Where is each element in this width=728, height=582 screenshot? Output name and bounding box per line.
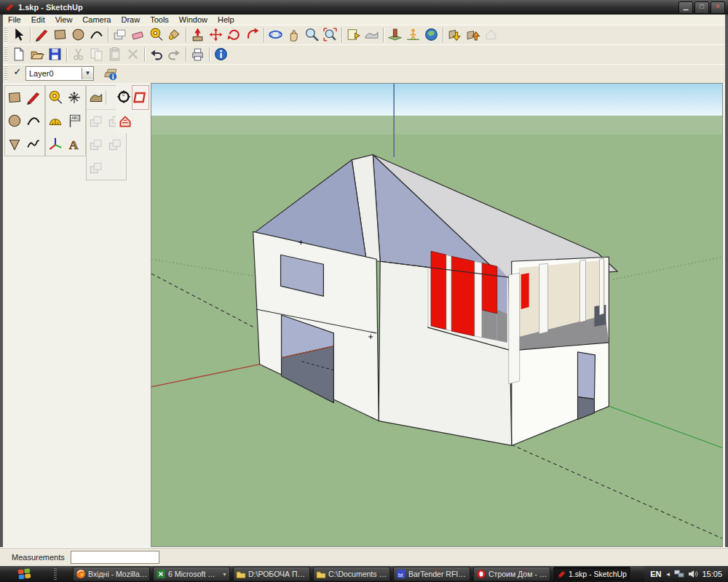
copy-tool-button[interactable] [87,46,106,63]
language-indicator[interactable]: EN [650,570,661,578]
toolbar-grip[interactable] [4,47,7,63]
pan-tool-button[interactable] [285,26,303,44]
stud [446,255,451,331]
arc-tool-button[interactable] [87,26,106,44]
rectangle-tool-button[interactable] [51,26,69,44]
toolbar-grip[interactable] [4,65,7,81]
make-component-tool-button[interactable] [111,26,129,44]
sandbox-gray-palette-button[interactable] [106,133,124,156]
redo-tool-button[interactable] [165,46,183,63]
taskbar-button-firefox[interactable]: Вхідні - Mozilla Firefox [73,567,150,581]
3d-text-palette-button[interactable]: A [65,132,84,156]
chevron-down-icon[interactable]: ▼ [220,572,229,577]
paint-bucket-tool-button[interactable] [165,26,183,44]
freehand-palette-button[interactable] [24,132,43,156]
line-palette-button[interactable] [24,86,43,109]
zoom-tool-button[interactable] [303,26,321,44]
hide-icons-chevron[interactable]: ◄ [665,571,671,578]
place-model-tool-button[interactable] [386,26,404,44]
dimension-palette-button[interactable] [65,86,84,109]
volume-icon[interactable] [688,570,698,578]
google-earth-tool-button[interactable] [422,26,440,44]
undo-tool-button[interactable] [147,46,165,63]
axes-palette-button[interactable] [46,132,65,156]
position-camera-tool-button[interactable] [404,26,422,44]
taskbar-button-excel[interactable]: 6 Microsoft Office ... ▼ [153,567,230,581]
interact-palette-button[interactable]: C [116,85,132,108]
get-models-tool-button[interactable] [446,26,464,44]
menu-tools[interactable]: Tools [145,15,174,24]
component-tool-button[interactable] [482,26,500,44]
push-pull-tool-button[interactable] [189,26,207,44]
toolbar-separator [341,28,342,42]
toggle-terrain-icon [364,27,379,42]
circle-palette-button[interactable] [5,109,24,132]
taskbar-button-folder[interactable]: D:\РОБОЧА ПАПКА\... [233,567,310,581]
section-plane-palette-button[interactable] [132,85,149,110]
layer-visible-check[interactable]: ✓ [9,66,25,81]
circle-tool-button[interactable] [69,26,87,44]
taskbar-button-sketchup[interactable]: 1.skp - SketchUp [553,567,630,581]
zoom-extents-tool-button[interactable] [321,26,339,44]
move-tool-button[interactable] [207,26,225,44]
sandbox-gray-palette-button[interactable] [87,156,106,180]
minimize-button[interactable]: ▁ [678,1,693,14]
sandbox-gray-palette-button[interactable] [87,133,106,156]
erase-tool-button[interactable] [124,46,142,63]
orbit-tool-button[interactable] [266,26,285,44]
sketchup-icon [556,569,566,579]
menu-draw[interactable]: Draw [116,15,145,24]
line-tool-button[interactable] [33,26,51,44]
paste-tool-button[interactable] [106,46,124,63]
close-button[interactable]: ✕ [711,1,725,14]
start-button[interactable] [16,567,33,581]
taskbar-button-bartender[interactable]: bt BarTender RFID Ent... [393,567,470,581]
layer-select[interactable]: Layer0 ▼ [25,66,94,81]
protractor-palette-button[interactable] [46,109,65,132]
tape-measure-palette-button[interactable] [46,86,65,109]
tape-measure-tool-button[interactable] [147,26,165,44]
quick-launch-separator[interactable] [54,568,57,580]
offset-tool-button[interactable] [243,26,261,44]
polygon-palette-button[interactable] [5,132,24,156]
menu-edit[interactable]: Edit [26,15,50,24]
get-current-view-tool-button[interactable] [344,26,363,44]
measurements-input[interactable] [71,551,159,564]
rotate-tool-button[interactable] [225,26,243,44]
toolbar-separator [383,28,384,42]
menu-camera[interactable]: Camera [77,15,116,24]
measurements-label: Measurements [12,553,65,562]
menu-window[interactable]: Window [174,15,213,24]
model-viewport[interactable] [151,83,723,547]
text-palette-button[interactable]: ABC [65,109,84,132]
layer-manager-button[interactable] [101,65,119,82]
print-tool-button[interactable] [189,46,207,63]
toolbar-separator [186,47,186,62]
save-tool-button[interactable] [46,46,64,63]
menu-help[interactable]: Help [213,15,240,24]
share-model-tool-button[interactable] [464,26,482,44]
sandbox-gray-palette-button[interactable] [87,110,106,133]
svg-text:A: A [69,137,79,152]
clock[interactable]: 15:05 [702,570,722,578]
arc-palette-button[interactable] [24,109,43,132]
menu-view[interactable]: View [50,15,78,24]
section-cuts-palette-button[interactable] [116,110,135,133]
sandbox-contours-palette-button[interactable] [87,86,106,109]
network-icon[interactable] [674,570,684,578]
cut-tool-button[interactable] [69,46,87,63]
toolbar-grip[interactable] [4,27,7,43]
eraser-tool-button[interactable] [129,26,147,44]
model-info-tool-button[interactable] [212,46,230,63]
chevron-down-icon[interactable]: ▼ [82,68,93,79]
taskbar-button-opera[interactable]: Строим Дом - Отве... [473,567,550,581]
maximize-button[interactable]: □ [695,1,709,14]
taskbar-button-folder[interactable]: C:\Documents and S... [313,567,390,581]
menu-file[interactable]: File [3,15,26,24]
rectangle-palette-button[interactable] [5,86,24,109]
title-bar[interactable]: 1.skp - SketchUp ▁ □ ✕ [0,0,728,15]
open-tool-button[interactable] [28,46,46,63]
select-tool-button[interactable] [9,26,28,44]
toggle-terrain-tool-button[interactable] [363,26,381,44]
new-tool-button[interactable] [9,46,28,63]
